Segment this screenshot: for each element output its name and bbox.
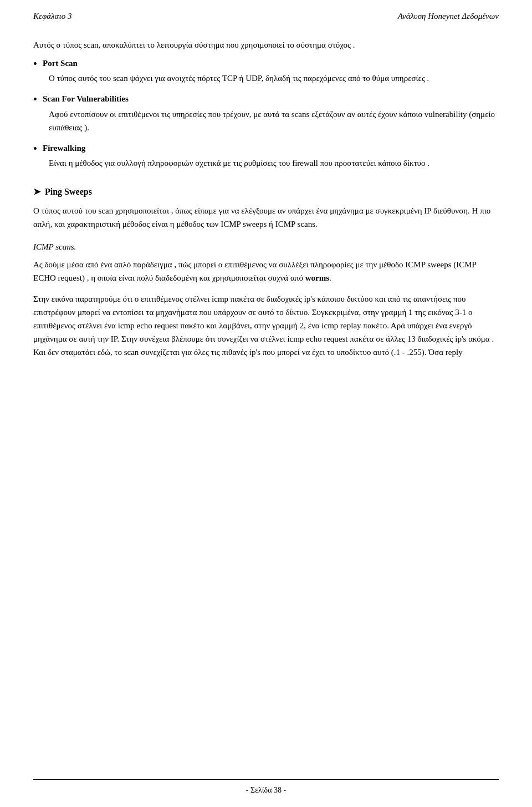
- ping-sweeps-title: Ping Sweeps: [45, 185, 92, 199]
- bullet-dot-firewalking: •: [33, 143, 37, 154]
- bullet-dot-scan-vuln: •: [33, 94, 37, 105]
- page-number: - Σελίδα 38 -: [246, 786, 286, 794]
- arrow-icon: ➤: [33, 185, 40, 199]
- ping-sweeps-body: Ο τύπος αυτού του scan χρησιμοποιείται ,…: [33, 204, 499, 231]
- footer-line: - Σελίδα 38 -: [33, 779, 499, 796]
- port-scan-title: Port Scan: [43, 57, 78, 70]
- port-scan-section: • Port Scan Ο τύπος αυτός του scan ψάχνε…: [33, 57, 499, 85]
- intro-paragraph: Αυτός ο τύπος scan, αποκαλύπτει το λειτο…: [33, 38, 499, 52]
- chapter-title: Ανάλυση Honeynet Δεδομένων: [398, 10, 499, 23]
- firewalking-section: • Firewalking Είναι η μέθοδος για συλλογ…: [33, 142, 499, 170]
- page-container: Κεφάλαιο 3 Ανάλυση Honeynet Δεδομένων Αυ…: [0, 0, 532, 807]
- icmp-scans-bold-word: worms: [305, 273, 329, 282]
- bullet-dot-port-scan: •: [33, 58, 37, 69]
- icmp-scans-heading: ICMP scans.: [33, 241, 499, 253]
- main-content: Αυτός ο τύπος scan, αποκαλύπτει το λειτο…: [33, 38, 499, 400]
- firewalking-body: Είναι η μέθοδος για συλλογή πληροφοριών …: [49, 156, 499, 170]
- page-footer: - Σελίδα 38 -: [0, 779, 532, 796]
- scan-vuln-title: Scan For Vulnerabilities: [43, 93, 129, 105]
- firewalking-title: Firewalking: [43, 142, 85, 155]
- page-header: Κεφάλαιο 3 Ανάλυση Honeynet Δεδομένων: [33, 0, 499, 28]
- chapter-label: Κεφάλαιο 3: [33, 10, 71, 23]
- scan-vuln-bullet-row: • Scan For Vulnerabilities: [33, 93, 499, 105]
- icmp-scans-para2: Στην εικόνα παρατηρούμε ότι ο επιτιθέμεν…: [33, 292, 499, 359]
- scan-vuln-section: • Scan For Vulnerabilities Αφού εντοπίσο…: [33, 93, 499, 134]
- icmp-scans-text1-end: .: [329, 273, 331, 282]
- icmp-scans-label: ICMP scans.: [33, 242, 76, 251]
- icmp-scans-text1: Ας δούμε μέσα από ένα απλό παράδειγμα , …: [33, 260, 476, 282]
- port-scan-bullet-row: • Port Scan: [33, 57, 499, 70]
- firewalking-bullet-row: • Firewalking: [33, 142, 499, 155]
- scan-vuln-body: Αφού εντοπίσουν οι επιτιθέμενοι τις υπηρ…: [49, 108, 499, 134]
- ping-sweeps-heading: ➤ Ping Sweeps: [33, 185, 499, 199]
- port-scan-body: Ο τύπος αυτός του scan ψάχνει για ανοιχτ…: [49, 72, 499, 85]
- icmp-scans-para1: Ας δούμε μέσα από ένα απλό παράδειγμα , …: [33, 258, 499, 285]
